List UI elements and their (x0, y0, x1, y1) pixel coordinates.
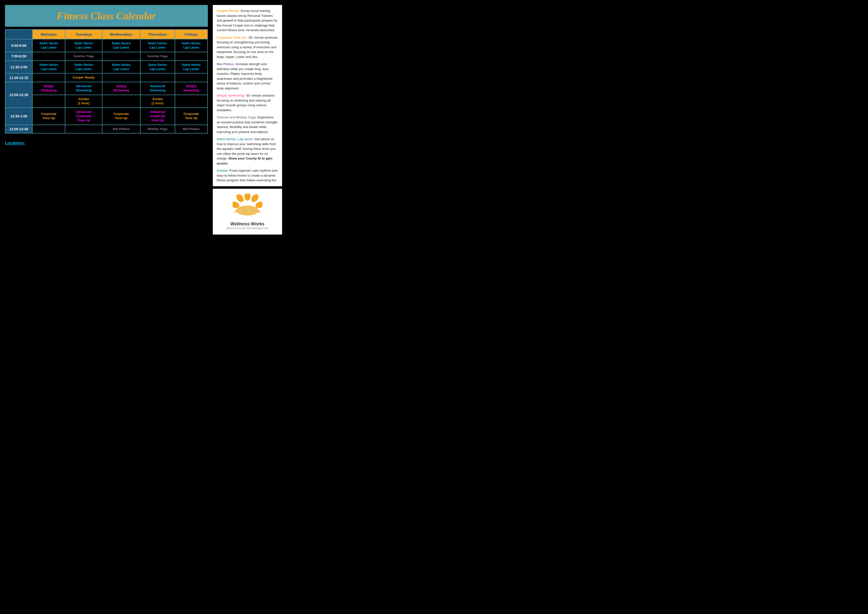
calendar-cell (102, 95, 140, 108)
calendar-cell: SimplyStretching (175, 82, 208, 95)
title-box: Fitness Class Calendar (5, 5, 208, 27)
time-cell: 12:30-1:00 (5, 108, 33, 125)
calendar-cell: Midday Yoga (140, 125, 175, 134)
class-descriptions: Cooper Ready- Group circuit training bas… (213, 5, 282, 186)
calendar-cell (175, 95, 208, 108)
calendar-cell: Cooper Ready (65, 73, 102, 82)
logo-title: Wellness Works (218, 221, 277, 227)
calendar-cell: SimplyStretching (102, 82, 140, 95)
time-cell: 12:00-12:30 (5, 82, 33, 108)
class-description: Cooper Ready- Group circuit training bas… (217, 8, 278, 33)
calendar-cell: Swim SeriesLap Lanes (175, 61, 208, 73)
calendar-cell: Swim SeriesLap Lanes (65, 39, 102, 52)
thursday-header: Thursdays (140, 30, 175, 39)
svg-point-0 (235, 194, 245, 204)
logo-box: Wellness Works Alachua County Risk Manag… (213, 189, 282, 235)
svg-point-5 (236, 205, 259, 216)
calendar-cell: Zumba(1 hour) (140, 95, 175, 108)
time-header (5, 30, 33, 39)
calendar-cell: Zumba(1 hour) (65, 95, 102, 108)
calendar-cell: Swim SeriesLap Lanes (33, 39, 65, 52)
calendar-cell: CorporateTone Up (175, 108, 208, 125)
calendar-cell: CorporateTone Up (33, 108, 65, 125)
calendar-cell (102, 73, 140, 82)
sidebar: Cooper Ready- Group circuit training bas… (213, 5, 282, 609)
calendar-cell: Mat Pilates (175, 125, 208, 134)
friday-header: Fridays (175, 30, 208, 39)
calendar-cell: Swim SeriesLap Lanes (102, 39, 140, 52)
calendar-cell: Swim SeriesLap Lanes (65, 61, 102, 73)
calendar-cell: Sunrise Yoga (65, 52, 102, 61)
calendar-cell: Swim SeriesLap Lanes (140, 61, 175, 73)
calendar-cell: Swim SeriesLap Lanes (175, 39, 208, 52)
logo-subtitle: Alachua County Risk Management (218, 227, 277, 230)
calendar-cell: SimplyStretching (33, 82, 65, 95)
time-cell: 11:30-3:00 (5, 61, 33, 73)
calendar-cell (140, 73, 175, 82)
wednesday-header: Wednesdays (102, 30, 140, 39)
class-description: Mat Pilates- Increase strength and defin… (217, 62, 278, 91)
calendar-cell (102, 52, 140, 61)
calendar-cell: AdvancedStretching (65, 82, 102, 95)
calendar-cell: Swim SeriesLap Lanes (140, 39, 175, 52)
calendar-cell (175, 73, 208, 82)
time-cell: 11:30-12:15 (5, 73, 33, 82)
calendar-cell: Swim SeriesLap Lanes (33, 61, 65, 73)
calendar-cell: Swim SeriesLap Lanes (102, 61, 140, 73)
time-cell: 6:00-9:00 (5, 39, 33, 52)
class-description: Swim Series- Lap lanes- Get advice on ho… (217, 137, 278, 166)
time-cell: 7:00-8:00 (5, 52, 33, 61)
calendar-cell (33, 52, 65, 61)
page-title: Fitness Class Calendar (8, 10, 205, 22)
time-cell: 12:00-12:45 (5, 125, 33, 134)
calendar-cell: Sunrise Yoga (140, 52, 175, 61)
main-content: Fitness Class Calendar Mondays Tuesdays … (5, 5, 208, 609)
calendar-cell (175, 52, 208, 61)
calendar-cell (65, 125, 102, 134)
svg-point-1 (245, 194, 250, 201)
class-description: Zumba- Fuses hypnotic Latin rhythms and … (217, 168, 278, 183)
calendar-table: Mondays Tuesdays Wednesdays Thursdays Fr… (5, 29, 208, 134)
calendar-cell: AdvancedCorporateTone Up (65, 108, 102, 125)
calendar-cell (33, 125, 65, 134)
calendar-cell (33, 95, 65, 108)
calendar-cell: CorporateTone Up (102, 108, 140, 125)
tuesday-header: Tuesdays (65, 30, 102, 39)
class-description: Simply Stretching- 30- minute sessions f… (217, 93, 278, 112)
class-description: Corporate Tone Up - 30- minute workouts … (217, 35, 278, 59)
locations-link[interactable]: Locations: (5, 141, 208, 145)
svg-point-2 (250, 194, 260, 204)
calendar-cell: AdvancedCorporateTone Up (140, 108, 175, 125)
wellness-works-logo (232, 194, 262, 218)
calendar-cell: Mat Pilates (102, 125, 140, 134)
monday-header: Mondays (33, 30, 65, 39)
class-description: Sunrise and Midday Yoga- Experience an a… (217, 115, 278, 134)
calendar-cell: AdvancedStretching (140, 82, 175, 95)
calendar-cell (33, 73, 65, 82)
